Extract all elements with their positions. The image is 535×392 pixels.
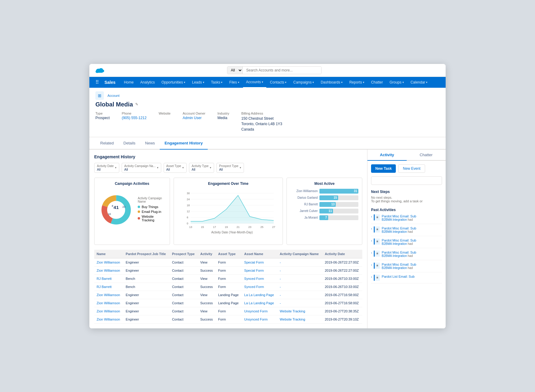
main-nav: ⠿ Sales Home Analytics Opportunities ▾ L… xyxy=(89,77,446,88)
activity-icon-2: ≡ xyxy=(374,239,380,245)
nav-item-campaigns[interactable]: Campaigns ▾ xyxy=(290,77,317,87)
activity-text-5: Pardot List Email: Sub xyxy=(382,275,415,278)
bar-track-0: 31 xyxy=(319,189,358,194)
bar-row-3: Jarrett Culver 11 xyxy=(290,209,358,213)
table-cell: Zion Williamson xyxy=(94,307,123,315)
bar-row-2: RJ Barrett 13 xyxy=(290,202,358,207)
nav-item-chatter[interactable]: Chatter xyxy=(368,77,386,87)
col-activity: Activity xyxy=(198,250,216,258)
tab-news[interactable]: News xyxy=(140,137,160,150)
table-cell: Landing Page xyxy=(216,291,242,299)
table-row: Zion WilliamsonEngineerContactSuccessFor… xyxy=(94,266,362,274)
nav-item-leads[interactable]: Leads ▾ xyxy=(189,77,207,87)
activity-expand-0[interactable]: › xyxy=(371,215,372,218)
tab-chatter[interactable]: Chatter xyxy=(407,150,446,161)
activity-expand-4[interactable]: › xyxy=(371,263,372,267)
col-asset-name: Asset Name xyxy=(242,250,277,258)
table-cell: Zion Williamson xyxy=(94,299,123,307)
table-cell: View xyxy=(198,258,216,266)
engagement-over-time-chart: Engagement Over Time 30 24 18 12 6 0 xyxy=(174,178,283,245)
table-row: Zion WilliamsonEngineerContactViewFormUn… xyxy=(94,307,362,315)
filter-campaign-name[interactable]: Activity Campaign Na... All ▾ xyxy=(122,163,161,173)
nav-item-home[interactable]: Home xyxy=(121,77,137,87)
activity-expand-2[interactable]: › xyxy=(371,239,372,242)
table-cell: Contact xyxy=(170,291,198,299)
new-task-button[interactable]: New Task xyxy=(371,164,396,173)
app-launcher-icon[interactable]: ⠿ xyxy=(94,77,100,87)
nav-item-dashboards[interactable]: Dashboards ▾ xyxy=(318,77,346,87)
table-cell: Contact xyxy=(170,299,198,307)
activity-expand-5[interactable]: › xyxy=(371,275,372,279)
filter-activity-date[interactable]: Activity Date All ▾ xyxy=(94,163,119,173)
nav-item-contacts[interactable]: Contacts ▾ xyxy=(267,77,290,87)
account-website: Website xyxy=(159,112,171,132)
col-activity-date: Activity Date xyxy=(322,250,362,258)
bar-chart-container: Zion Williamson 31 Darius Garland xyxy=(290,189,358,220)
filter-asset-type[interactable]: Asset Type All ▾ xyxy=(164,163,187,173)
table-cell: - xyxy=(277,274,322,283)
table-cell: Zion Williamson xyxy=(94,258,123,266)
col-prospect-type: Prospect Type xyxy=(170,250,198,258)
tab-activity[interactable]: Activity xyxy=(367,150,407,161)
bar-track-2: 13 xyxy=(319,202,358,207)
col-asset-type: Asset Type xyxy=(216,250,242,258)
activity-expand-3[interactable]: › xyxy=(371,251,372,254)
table-cell: Contact xyxy=(170,274,198,283)
nav-item-files[interactable]: Files ▾ xyxy=(226,77,242,87)
content-area: Engagement History Activity Date All ▾ A… xyxy=(89,150,446,328)
table-cell: 2019-06-26T10:33:00Z xyxy=(322,283,362,291)
svg-text:27: 27 xyxy=(272,226,275,229)
campaign-activities-chart: Campaign Activities 41 23 xyxy=(94,178,170,245)
legend-website-tracking: Website Tracking xyxy=(138,215,166,222)
activity-expand-1[interactable]: › xyxy=(371,227,372,230)
nav-item-reports[interactable]: Reports ▾ xyxy=(346,77,367,87)
filter-prospect-type[interactable]: Prospect Type All ▾ xyxy=(216,163,244,173)
table-cell: Success xyxy=(198,315,216,323)
nav-item-calendar[interactable]: Calendar ▾ xyxy=(408,77,431,87)
table-cell: - xyxy=(277,291,322,299)
nav-item-tasks[interactable]: Tasks ▾ xyxy=(208,77,226,87)
account-owner: Account Owner Admin User xyxy=(183,112,205,132)
account-industry: Industry Media xyxy=(217,112,229,132)
search-filter-select[interactable]: All xyxy=(227,67,243,74)
activity-item: › ≡ Pardot Misc Email: Sub B2BMA Integra… xyxy=(371,214,442,224)
nav-item-groups[interactable]: Groups ▾ xyxy=(386,77,407,87)
table-row: Zion WilliamsonEngineerContactViewFormSp… xyxy=(94,258,362,266)
new-event-button[interactable]: New Event xyxy=(398,164,425,173)
tab-related[interactable]: Related xyxy=(95,137,119,150)
table-cell: Form xyxy=(216,274,242,283)
filter-activity-type[interactable]: Activity Type All ▾ xyxy=(189,163,214,173)
legend-email-plugin: Email Plug-in xyxy=(138,210,166,213)
table-cell: Contact xyxy=(170,266,198,274)
nav-item-opportunities[interactable]: Opportunities ▾ xyxy=(159,77,188,87)
search-input[interactable] xyxy=(243,67,321,74)
table-cell: Form xyxy=(216,283,242,291)
nav-item-analytics[interactable]: Analytics xyxy=(137,77,158,87)
table-cell: Success xyxy=(198,283,216,291)
col-campaign-name: Activity Campaign Name xyxy=(277,250,322,258)
table-cell: Website Tracking xyxy=(277,315,322,323)
activity-text-2: Pardot Misc Email: Sub B2BMA Integration… xyxy=(382,239,416,245)
tab-details[interactable]: Details xyxy=(119,137,140,150)
account-edit-icon[interactable]: ✎ xyxy=(135,102,138,106)
table-cell: Success xyxy=(198,266,216,274)
col-name: Name xyxy=(94,250,123,258)
activity-item: › ≡ Pardot Misc Email: Sub B2BMA Integra… xyxy=(371,226,442,236)
table-cell: - xyxy=(277,283,322,291)
account-billing: Billing Address 150 Chestnut StreetToron… xyxy=(241,112,282,132)
tab-engagement-history[interactable]: Engagement History xyxy=(160,137,207,150)
table-cell: Engineer xyxy=(123,307,169,315)
bar-row-1: Darius Garland 15 xyxy=(290,195,358,200)
table-row: RJ BarrettBenchContactSuccessFormSynced … xyxy=(94,283,362,291)
table-cell: RJ Barrett xyxy=(94,274,123,283)
donut-legend: Activity Campaign Name Buy Things Email … xyxy=(138,197,166,223)
data-table-container: Name Pardot Prospect Job Title Prospect … xyxy=(94,250,362,324)
bar-row-4: Ja Morant 7 xyxy=(290,215,358,220)
donut-container: 41 23 10 8 Activity Campaign Name Buy Th… xyxy=(98,189,166,231)
search-activities-input[interactable] xyxy=(371,176,442,185)
nav-item-accounts[interactable]: Accounts ▾ xyxy=(243,77,266,88)
main-content: Engagement History Activity Date All ▾ A… xyxy=(89,150,367,328)
table-cell: Bench xyxy=(123,274,169,283)
svg-text:12: 12 xyxy=(187,210,190,213)
activity-icon-0: ≡ xyxy=(374,214,380,220)
